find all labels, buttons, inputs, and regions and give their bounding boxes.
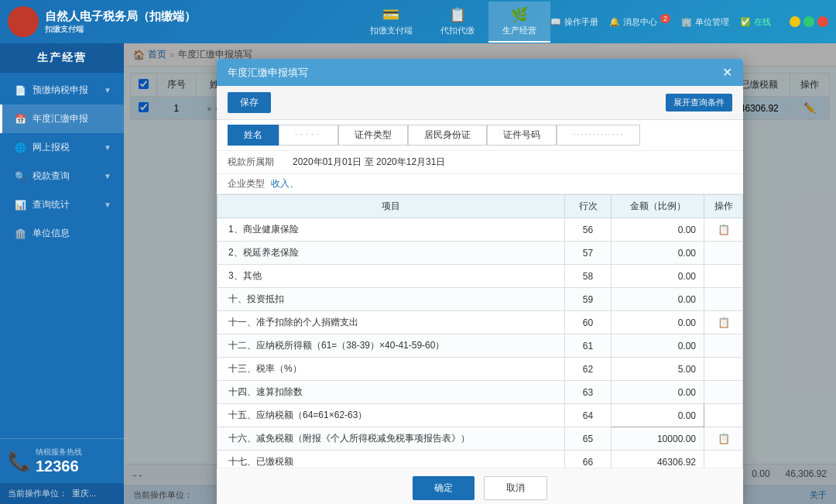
tab-blur2: ·············	[557, 125, 640, 146]
payment-icon: 💳	[382, 6, 399, 23]
sidebar-header: 生产经营	[0, 43, 124, 73]
modal-edit-btn[interactable]: 📋	[718, 433, 730, 444]
modal-edit-btn[interactable]: 📋	[718, 224, 730, 235]
modal-row-action	[704, 288, 743, 311]
modal-row-amount: 0.00	[612, 381, 704, 404]
app-title: 自然人电子税务局（扣缴端）	[45, 9, 196, 24]
modal-row-amount: 10000.00	[612, 427, 704, 451]
modal-row-amount: 0.00	[612, 242, 704, 265]
th-row-no: 行次	[565, 195, 612, 218]
modal-row-item: 十二、应纳税所得额（61=（38-39）×40-41-59-60）	[218, 334, 565, 358]
modal-row-amount: 0.00	[612, 311, 704, 334]
modal-row-item: 十三、税率（%）	[218, 358, 565, 381]
unit-manage-btn[interactable]: 🏢 单位管理	[681, 16, 729, 28]
th-amount: 金额（比例）	[612, 195, 704, 218]
modal-row-no: 56	[565, 218, 612, 242]
stats-icon: 📊	[15, 200, 26, 211]
tab-id-no[interactable]: 证件号码	[487, 125, 557, 146]
online-btn[interactable]: ✅ 在线	[740, 16, 771, 28]
modal-footer: 确定 取消	[217, 468, 743, 504]
modal-table-row: 十一、准予扣除的个人捐赠支出600.00📋	[218, 311, 743, 334]
modal-header: 年度汇缴申报填写 ✕	[217, 59, 743, 86]
modal-table-row: 十、投资抵扣590.00	[218, 288, 743, 311]
sidebar-item-tax-query[interactable]: 🔍 税款查询 ▼	[0, 162, 124, 190]
nav-item-production[interactable]: 🌿 生产经营	[488, 2, 550, 43]
query-icon: 🔍	[15, 171, 26, 182]
main-layout: 生产经营 📄 预缴纳税申报 ▼ 📅 年度汇缴申报 🌐 网上报税 ▼ 🔍 税款查询…	[0, 43, 836, 504]
unit-icon: 🏛️	[15, 228, 26, 239]
unit-value: 重庆...	[72, 488, 96, 499]
nav-item-payment[interactable]: 💳 扣缴支付端	[356, 2, 427, 43]
modal-row-amount: 0.00	[612, 334, 704, 358]
th-item: 项目	[218, 195, 565, 218]
expand-query-btn[interactable]: 展开查询条件	[666, 94, 732, 111]
modal-row-no: 57	[565, 242, 612, 265]
top-bar: 自然人电子税务局（扣缴端） 扣缴支付端 💳 扣缴支付端 📋 代扣代缴 🌿 生产经…	[0, 0, 836, 43]
modal-row-action	[704, 334, 743, 358]
top-nav: 💳 扣缴支付端 📋 代扣代缴 🌿 生产经营	[356, 2, 550, 43]
bell-icon: 🔔	[609, 17, 620, 27]
modal-row-amount: 5.00	[612, 358, 704, 381]
modal-row-no: 64	[565, 404, 612, 427]
modal-row-action: 📋	[704, 218, 743, 242]
arrow-icon: ▼	[104, 86, 111, 94]
modal-row-action	[704, 381, 743, 404]
tab-id-type[interactable]: 证件类型	[338, 125, 408, 146]
unit-label: 当前操作单位：	[8, 488, 67, 499]
modal-row-item: 1、商业健康保险	[218, 218, 565, 242]
arrow-icon-2: ▼	[104, 143, 111, 152]
enterprise-label: 企业类型	[228, 177, 265, 190]
message-btn[interactable]: 🔔 消息中心 2	[609, 16, 670, 28]
modal-row-amount: 0.00	[612, 265, 704, 288]
sidebar-item-prepay[interactable]: 📄 预缴纳税申报 ▼	[0, 76, 124, 105]
modal-table-row: 十七、已缴税额6646306.92	[218, 451, 743, 468]
modal-body: 项目 行次 金额（比例） 操作 1、商业健康保险560.00📋2、税延养老保险5…	[217, 194, 743, 468]
modal-enterprise-row: 企业类型 收入、	[217, 174, 743, 194]
modal-row-action	[704, 265, 743, 288]
modal-toolbar: 保存 展开查询条件	[217, 86, 743, 120]
production-icon: 🌿	[511, 6, 528, 23]
sidebar: 生产经营 📄 预缴纳税申报 ▼ 📅 年度汇缴申报 🌐 网上报税 ▼ 🔍 税款查询…	[0, 43, 124, 504]
sidebar-menu: 📄 预缴纳税申报 ▼ 📅 年度汇缴申报 🌐 网上报税 ▼ 🔍 税款查询 ▼ 📊 …	[0, 73, 124, 438]
modal-table-row: 2、税延养老保险570.00	[218, 242, 743, 265]
tab-id-card[interactable]: 居民身份证	[408, 125, 487, 146]
modal-table-row: 十五、应纳税额（64=61×62-63）640.00	[218, 404, 743, 427]
minimize-btn[interactable]	[790, 16, 800, 27]
logo-icon	[8, 6, 39, 37]
maximize-btn[interactable]	[803, 16, 814, 27]
manual-icon: 📖	[550, 17, 561, 27]
sidebar-footer: 📞 纳税服务热线 12366	[0, 438, 124, 483]
period-label: 税款所属期	[228, 156, 274, 169]
sidebar-item-unit-info[interactable]: 🏛️ 单位信息	[0, 219, 124, 248]
modal-table-row: 十三、税率（%）625.00	[218, 358, 743, 381]
th-action: 操作	[704, 195, 743, 218]
confirm-btn[interactable]: 确定	[413, 476, 475, 500]
tab-blur: ·····	[279, 125, 338, 146]
period-value: 2020年01月01日 至 2020年12月31日	[293, 156, 445, 169]
modal-row-no: 63	[565, 381, 612, 404]
modal-row-amount[interactable]: 0.00	[612, 404, 704, 427]
modal-table-header: 项目 行次 金额（比例） 操作	[218, 195, 743, 218]
manual-btn[interactable]: 📖 操作手册	[550, 16, 598, 28]
modal-dialog: 年度汇缴申报填写 ✕ 保存 展开查询条件 姓名 ····· 证件类型 居民身份证	[217, 59, 743, 504]
modal-row-item: 十一、准予扣除的个人捐赠支出	[218, 311, 565, 334]
sidebar-item-online-tax[interactable]: 🌐 网上报税 ▼	[0, 133, 124, 162]
modal-row-no: 66	[565, 451, 612, 468]
arrow-icon-3: ▼	[104, 172, 111, 180]
modal-row-item: 十六、减免税额（附报《个人所得税减免税事项报告表》）	[218, 427, 565, 451]
modal-save-btn[interactable]: 保存	[228, 92, 271, 113]
modal-table-row: 3、其他580.00	[218, 265, 743, 288]
modal-row-action: 📋	[704, 311, 743, 334]
close-btn[interactable]	[817, 16, 828, 27]
modal-row-item: 3、其他	[218, 265, 565, 288]
modal-close-btn[interactable]: ✕	[722, 65, 732, 80]
modal-row-action	[704, 404, 743, 427]
tab-name[interactable]: 姓名	[228, 125, 279, 146]
cancel-btn[interactable]: 取消	[484, 476, 547, 500]
sidebar-item-annual[interactable]: 📅 年度汇缴申报	[0, 105, 124, 133]
modal-row-item: 十、投资抵扣	[218, 288, 565, 311]
nav-item-withholding[interactable]: 📋 代扣代缴	[427, 2, 488, 43]
sidebar-item-stats[interactable]: 📊 查询统计 ▼	[0, 190, 124, 219]
modal-row-amount: 46306.92	[612, 451, 704, 468]
modal-edit-btn[interactable]: 📋	[718, 317, 730, 328]
